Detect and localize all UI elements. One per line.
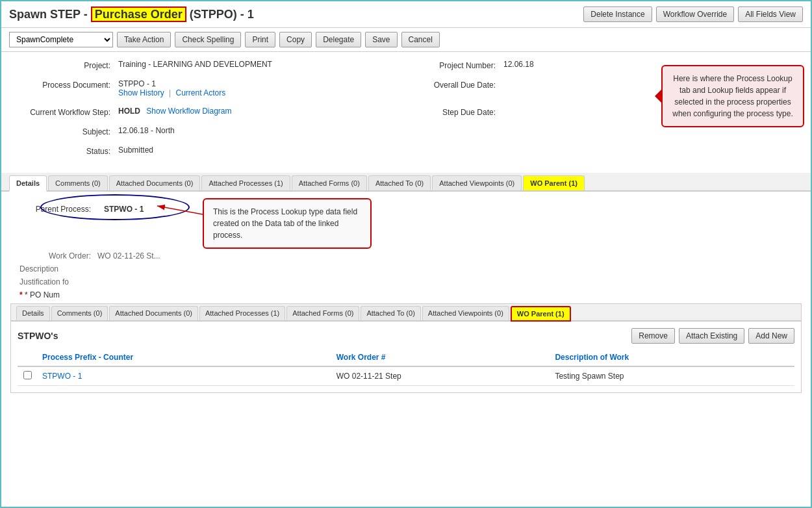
workflow-override-button[interactable]: Workflow Override: [656, 6, 734, 22]
parent-process-label: Parent Process:: [19, 205, 97, 214]
table-section: STPWO's Remove Attach Existing Add New P…: [11, 322, 801, 392]
wo-value: WO 02-11-26 St...: [97, 251, 160, 260]
outer-tab-1[interactable]: Comments (0): [48, 175, 108, 190]
step-due-date-label: Step Due Date:: [412, 107, 503, 117]
parent-process-value[interactable]: STPWO - 1: [104, 205, 144, 214]
inner-tab-4[interactable]: Attached Forms (0): [286, 306, 359, 320]
row-checkbox[interactable]: [18, 366, 37, 386]
callout-process-lookup: Here is where the Process Lookup tab and…: [661, 65, 804, 127]
outer-tab-0[interactable]: Details: [9, 175, 47, 192]
callout1-text: Here is where the Process Lookup tab and…: [672, 74, 793, 118]
justification-row: Justification fo: [10, 277, 802, 290]
workflow-step-value: HOLD Show Workflow Diagram: [118, 107, 412, 116]
outer-tab-6[interactable]: Attached Viewpoints (0): [432, 175, 522, 190]
inner-panel: DetailsComments (0)Attached Documents (0…: [10, 303, 802, 393]
col-prefix-counter[interactable]: Process Prefix - Counter: [37, 349, 331, 366]
col-work-order[interactable]: Work Order #: [331, 349, 550, 366]
outer-tabs-bar: DetailsComments (0)Attached Documents (0…: [1, 173, 811, 192]
copy-button[interactable]: Copy: [279, 32, 312, 47]
inner-tab-7[interactable]: WO Parent (1): [511, 306, 571, 322]
inner-tab-3[interactable]: Attached Processes (1): [199, 306, 285, 320]
project-value: Training - LEARNING AND DEVELOPMENT: [118, 60, 412, 69]
inner-tab-0[interactable]: Details: [16, 306, 50, 320]
process-doc-value: STPPO - 1 Show History | Current Actors: [118, 79, 412, 97]
project-text: Training - LEARNING AND DEVELOPMENT: [118, 60, 272, 69]
required-star: *: [19, 290, 23, 299]
outer-tab-5[interactable]: Attached To (0): [368, 175, 431, 190]
justification-label: Justification fo: [19, 277, 69, 286]
cancel-button[interactable]: Cancel: [401, 32, 440, 47]
page-header: Spawn STEP - Purchase Order (STPPO) - 1 …: [1, 1, 811, 28]
form-section: Project: Training - LEARNING AND DEVELOP…: [1, 52, 811, 173]
save-button[interactable]: Save: [365, 32, 397, 47]
overall-due-date-label: Overall Due Date:: [412, 79, 503, 90]
attach-existing-button[interactable]: Attach Existing: [679, 328, 744, 344]
wo-number-row: Work Order: WO 02-11-26 St...: [10, 251, 802, 264]
table-row: STPWO - 1 WO 02-11-21 Step Testing Spawn…: [18, 366, 794, 386]
outer-tab-3[interactable]: Attached Processes (1): [201, 175, 290, 190]
outer-tab-2[interactable]: Attached Documents (0): [109, 175, 201, 190]
row-description: Testing Spawn Step: [550, 366, 794, 386]
stpwos-title: STPWO's: [18, 331, 58, 341]
hold-text: HOLD: [118, 107, 140, 116]
title-prefix: Spawn STEP -: [9, 8, 91, 21]
parent-process-row: Parent Process: STPWO - 1: [10, 198, 802, 220]
header-actions: Delete Instance Workflow Override All Fi…: [583, 6, 803, 22]
description-label: Description: [19, 264, 58, 273]
project-label: Project:: [14, 60, 118, 70]
status-row: Status: Submitted: [14, 146, 798, 156]
add-new-button[interactable]: Add New: [748, 328, 794, 344]
status-value: Submitted: [118, 146, 798, 155]
status-label: Status:: [14, 146, 118, 156]
po-num-row: * * PO Num: [10, 290, 802, 299]
outer-tab-4[interactable]: Attached Forms (0): [292, 175, 367, 190]
table-actions: Remove Attach Existing Add New: [631, 328, 794, 344]
subject-row: Subject: 12.06.18 - North: [14, 126, 798, 136]
callout2-text: This is the Process Lookup type data fie…: [213, 207, 357, 240]
take-action-button[interactable]: Take Action: [117, 32, 171, 47]
project-number-label: Project Number:: [412, 60, 503, 70]
callout-process-lookup-type: This is the Process Lookup type data fie…: [203, 198, 372, 249]
inner-tab-6[interactable]: Attached Viewpoints (0): [422, 306, 509, 320]
delete-instance-button[interactable]: Delete Instance: [583, 6, 652, 22]
toolbar: SpawnComplete Draft Submitted Approved T…: [1, 28, 811, 52]
wo-label: Work Order:: [19, 251, 97, 260]
outer-tab-content: Parent Process: STPWO - 1 This is the Pr…: [1, 192, 811, 402]
inner-tab-1[interactable]: Comments (0): [51, 306, 108, 320]
delegate-button[interactable]: Delegate: [316, 32, 361, 47]
check-spelling-button[interactable]: Check Spelling: [175, 32, 241, 47]
status-select[interactable]: SpawnComplete Draft Submitted Approved: [9, 32, 113, 47]
print-button[interactable]: Print: [245, 32, 275, 47]
col-description[interactable]: Description of Work: [550, 349, 794, 366]
subject-label: Subject:: [14, 126, 118, 136]
row-prefix-counter[interactable]: STPWO - 1: [37, 366, 331, 386]
title-suffix: (STPPO) - 1: [186, 8, 254, 21]
show-workflow-diagram-link[interactable]: Show Workflow Diagram: [146, 107, 231, 116]
table-section-header: STPWO's Remove Attach Existing Add New: [18, 328, 794, 344]
current-actors-link[interactable]: Current Actors: [176, 88, 226, 97]
stpwos-table: Process Prefix - Counter Work Order # De…: [18, 349, 794, 386]
title-highlight: Purchase Order: [91, 6, 186, 22]
inner-tab-5[interactable]: Attached To (0): [361, 306, 420, 320]
inner-tab-2[interactable]: Attached Documents (0): [109, 306, 198, 320]
process-doc-label: Process Document:: [14, 79, 118, 90]
process-doc-text: STPPO - 1: [118, 79, 156, 88]
remove-button[interactable]: Remove: [631, 328, 675, 344]
current-workflow-label: Current Workflow Step:: [14, 107, 118, 117]
page-title: Spawn STEP - Purchase Order (STPPO) - 1: [9, 8, 254, 21]
show-history-link[interactable]: Show History: [118, 88, 164, 97]
subject-value: 12.06.18 - North: [118, 126, 798, 135]
row-work-order: WO 02-11-21 Step: [331, 366, 550, 386]
po-num-label: * PO Num: [25, 290, 60, 299]
pipe-separator: |: [169, 88, 171, 97]
all-fields-view-button[interactable]: All Fields View: [738, 6, 803, 22]
inner-tabs-bar: DetailsComments (0)Attached Documents (0…: [11, 304, 801, 322]
outer-tab-7[interactable]: WO Parent (1): [523, 175, 585, 190]
description-row: Description: [10, 264, 802, 277]
col-checkbox: [18, 349, 37, 366]
